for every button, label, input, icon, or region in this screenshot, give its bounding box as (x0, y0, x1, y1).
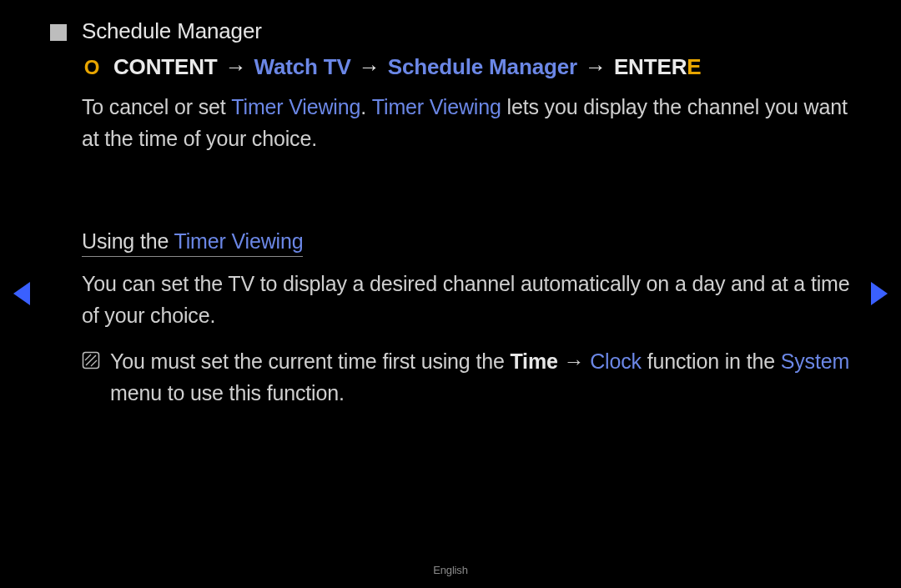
manual-page: Schedule Manager O CONTENT → Watch TV → … (0, 0, 901, 588)
prev-page-arrow[interactable] (13, 282, 30, 305)
circle-o-icon: O (82, 58, 102, 78)
para1-timer-viewing-2: Timer Viewing (372, 95, 501, 118)
bc-enter-text: ENTER (614, 54, 687, 79)
title-row: Schedule Manager (50, 18, 851, 44)
subsection: Using the Timer Viewing You can set the … (82, 229, 851, 409)
note-clock: Clock (590, 349, 642, 373)
subhead-timer-viewing: Timer Viewing (174, 229, 304, 253)
breadcrumb-row: O CONTENT → Watch TV → Schedule Manager … (82, 54, 851, 80)
page-title: Schedule Manager (82, 18, 262, 44)
para1-pre: To cancel or set (82, 95, 231, 118)
svg-line-2 (85, 354, 91, 360)
note-pre: You must set the current time first usin… (110, 349, 510, 373)
intro-paragraph: To cancel or set Timer Viewing. Timer Vi… (82, 92, 851, 154)
bc-schedule-manager: Schedule Manager (388, 54, 577, 79)
subsection-heading: Using the Timer Viewing (82, 229, 303, 257)
next-page-arrow[interactable] (871, 282, 888, 305)
bc-arrow-3: → (583, 54, 608, 79)
note-post: menu to use this function. (110, 381, 345, 405)
bc-arrow-1: → (224, 54, 249, 79)
note-time: Time (510, 349, 557, 373)
svg-line-3 (91, 360, 97, 366)
note-row: You must set the current time first usin… (82, 346, 851, 409)
note-arrow: → (558, 349, 590, 373)
note-mid: function in the (642, 349, 781, 373)
note-text: You must set the current time first usin… (110, 346, 851, 409)
section-bullet-icon (50, 24, 67, 41)
breadcrumb: CONTENT → Watch TV → Schedule Manager → … (113, 54, 701, 80)
bc-enter-e: E (687, 54, 701, 79)
para1-timer-viewing-1: Timer Viewing (231, 95, 360, 118)
footer-language: English (0, 564, 901, 576)
para1-mid: . (360, 95, 372, 118)
note-icon (82, 351, 100, 369)
bc-enter: ENTERE (614, 54, 702, 79)
bc-content: CONTENT (113, 54, 218, 79)
content-area: Schedule Manager O CONTENT → Watch TV → … (50, 18, 851, 409)
bc-arrow-2: → (357, 54, 382, 79)
svg-line-1 (86, 355, 96, 365)
bc-watch-tv: Watch TV (254, 54, 351, 79)
subsection-paragraph: You can set the TV to display a desired … (82, 269, 851, 331)
note-system: System (781, 349, 849, 373)
subhead-pre: Using the (82, 229, 174, 253)
